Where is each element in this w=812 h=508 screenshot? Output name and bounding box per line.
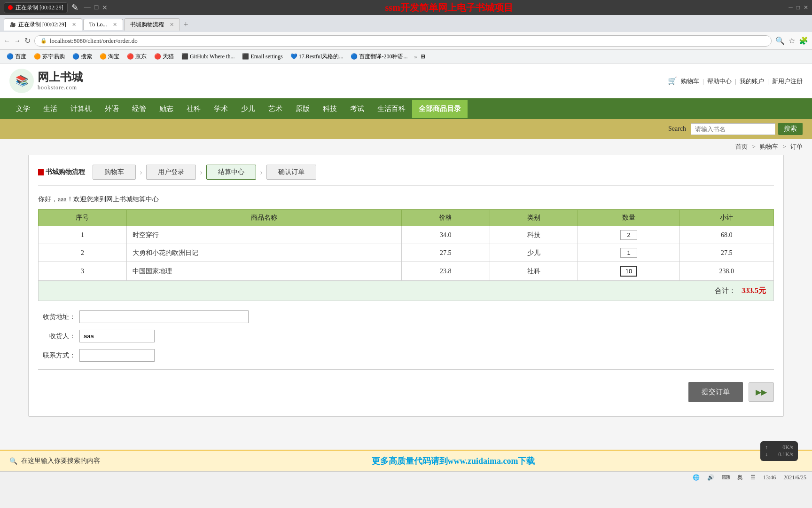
play-fast-forward-icon[interactable]: ▶▶	[749, 382, 774, 402]
search-icon[interactable]: 🔍	[775, 36, 785, 45]
tab-recording[interactable]: 🎥 正在录制 [00:02:29] ✕	[4, 18, 82, 31]
step-sep1: ›	[140, 167, 142, 177]
bottom-promo: 更多高质量代码请到www.zuidaima.com下载	[104, 455, 803, 467]
refresh-icon[interactable]: ↻	[24, 36, 31, 45]
tab-bookstore[interactable]: 书城购物流程 ✕	[124, 18, 180, 31]
back-icon[interactable]: ←	[4, 37, 10, 45]
nav-lizhi[interactable]: 励志	[153, 100, 180, 118]
step-cart[interactable]: 购物车	[93, 165, 136, 180]
bookmark-tmall[interactable]: 🔴 天猫	[151, 52, 177, 62]
bookmark-baidu[interactable]: 🔵 百度	[4, 52, 29, 62]
cart-icon: 🛒	[668, 76, 677, 85]
nav-all[interactable]: 全部商品目录	[412, 100, 468, 118]
row2-qty-input[interactable]	[620, 248, 637, 258]
edit-icon[interactable]: ✎	[71, 2, 78, 13]
step-checkout[interactable]: 结算中心	[206, 165, 256, 180]
tab-close-recording[interactable]: ✕	[72, 22, 76, 28]
traffic-down-row: ↓ 0.1K/s	[765, 451, 793, 458]
account-link[interactable]: 我的账户	[740, 78, 764, 85]
phone-row: 联系方式：	[38, 349, 774, 362]
row2-price: 27.5	[401, 244, 490, 262]
tab-to[interactable]: To Lo... ✕	[83, 19, 123, 30]
address-input[interactable]	[79, 310, 249, 323]
bookmark-restful[interactable]: 💙 17.Restful风格的...	[288, 52, 346, 62]
bookmark-github-icon: ⬛	[181, 53, 188, 60]
search-button[interactable]: 搜索	[778, 123, 803, 135]
breadcrumb-current: 订单	[790, 143, 803, 150]
bookmark-search-icon: 🔵	[72, 53, 79, 60]
minimize-icon[interactable]: —	[84, 4, 91, 11]
tab-close-to[interactable]: ✕	[113, 22, 117, 28]
nav-wenxue[interactable]: 文学	[9, 100, 37, 118]
tab-label-recording: 正在录制 [00:02:29]	[18, 21, 66, 29]
search-input[interactable]	[691, 123, 775, 135]
apps-icon[interactable]: ⊞	[421, 53, 425, 60]
flow-steps: 书城购物流程 购物车 › 用户登录 › 结算中心 › 确认订单	[38, 165, 774, 186]
new-tab-icon[interactable]: +	[184, 20, 188, 30]
rec-dot	[8, 5, 13, 10]
breadcrumb-sep2: >	[782, 143, 788, 150]
bottom-search-icon: 🔍	[9, 457, 17, 465]
step-confirm[interactable]: 确认订单	[266, 165, 316, 180]
step-sep2: ›	[200, 167, 203, 177]
close-icon[interactable]: ✕	[102, 4, 108, 12]
row1-name: 时空穿行	[126, 226, 401, 244]
bookmark-translate-icon: 🔵	[351, 53, 358, 60]
nav-sheke[interactable]: 社科	[180, 100, 207, 118]
tab-close-bookstore[interactable]: ✕	[170, 22, 174, 28]
recipient-input[interactable]	[79, 330, 155, 342]
nav-jisuanji[interactable]: 计算机	[64, 100, 98, 118]
row1-qty-input[interactable]	[620, 230, 637, 240]
nav-yishu[interactable]: 艺术	[262, 100, 289, 118]
status-bar: 🌐 🔊 ⌨ 奥 ☰ 13:46 2021/6/25	[0, 471, 812, 484]
sep3: |	[767, 78, 770, 85]
cart-link[interactable]: 购物车	[681, 78, 699, 85]
bookmark-github2[interactable]: ⬛ Email settings	[239, 52, 285, 61]
row2-category: 少儿	[490, 244, 578, 262]
phone-input[interactable]	[79, 349, 155, 362]
col-category: 类别	[490, 210, 578, 226]
forward-icon[interactable]: →	[14, 37, 21, 45]
recipient-row: 收货人：	[38, 330, 774, 342]
nav-xueshu[interactable]: 学术	[207, 100, 234, 118]
flow-title: 书城购物流程	[38, 168, 85, 176]
row3-qty-cell	[578, 262, 679, 281]
address-input-box[interactable]: 🔒 localhost:8080/client/order/order.do	[34, 35, 772, 47]
maximize-icon[interactable]: □	[94, 4, 98, 11]
bookmark-star-icon[interactable]: ☆	[789, 36, 795, 45]
nav-shenghuo[interactable]: 生活	[37, 100, 64, 118]
bookmark-taobao[interactable]: 🟠 淘宝	[97, 52, 122, 62]
nav-yuanban[interactable]: 原版	[289, 100, 316, 118]
breadcrumb-cart[interactable]: 购物车	[760, 143, 778, 150]
step-login[interactable]: 用户登录	[146, 165, 196, 180]
extensions-icon[interactable]: 🧩	[799, 36, 808, 45]
ime-icon: 奥	[737, 474, 743, 482]
nav-jingguan[interactable]: 经管	[125, 100, 153, 118]
window-close-icon[interactable]: ✕	[804, 4, 808, 11]
bookmark-suning[interactable]: 🟠 苏宁易购	[31, 52, 68, 62]
more-bookmarks-icon[interactable]: »	[414, 53, 417, 60]
bookmark-github[interactable]: ⬛ GitHub: Where th...	[179, 52, 237, 61]
row3-qty-input[interactable]	[620, 266, 637, 277]
window-minimize-icon[interactable]: ─	[789, 4, 793, 11]
site-sub: bookstore.com	[38, 84, 83, 91]
bookmark-baidu-translate[interactable]: 🔵 百度翻译-200种语...	[348, 52, 410, 62]
nav-kaoshi[interactable]: 考试	[344, 100, 371, 118]
row2-qty-cell	[578, 244, 679, 262]
nav-keji[interactable]: 科技	[316, 100, 344, 118]
logo-icon: 📚	[9, 69, 34, 93]
register-link[interactable]: 新用户注册	[772, 78, 803, 85]
nav-waiyu[interactable]: 外语	[98, 100, 125, 118]
logo-area: 📚 网上书城 bookstore.com	[9, 69, 83, 93]
help-link[interactable]: 帮助中心	[707, 78, 732, 85]
status-time: 13:46	[763, 474, 776, 481]
nav-shenghuo-baike[interactable]: 生活百科	[371, 100, 412, 118]
breadcrumb-home[interactable]: 首页	[735, 143, 748, 150]
bookmark-search[interactable]: 🔵 搜索	[70, 52, 95, 62]
nav-shaoe[interactable]: 少儿	[234, 100, 262, 118]
bookmark-tmall-icon: 🔴	[154, 53, 161, 60]
bookmark-jd[interactable]: 🔴 京东	[124, 52, 149, 62]
submit-button[interactable]: 提交订单	[688, 382, 743, 402]
bookmark-taobao-icon: 🟠	[100, 53, 107, 60]
window-maximize-icon[interactable]: □	[796, 4, 800, 11]
